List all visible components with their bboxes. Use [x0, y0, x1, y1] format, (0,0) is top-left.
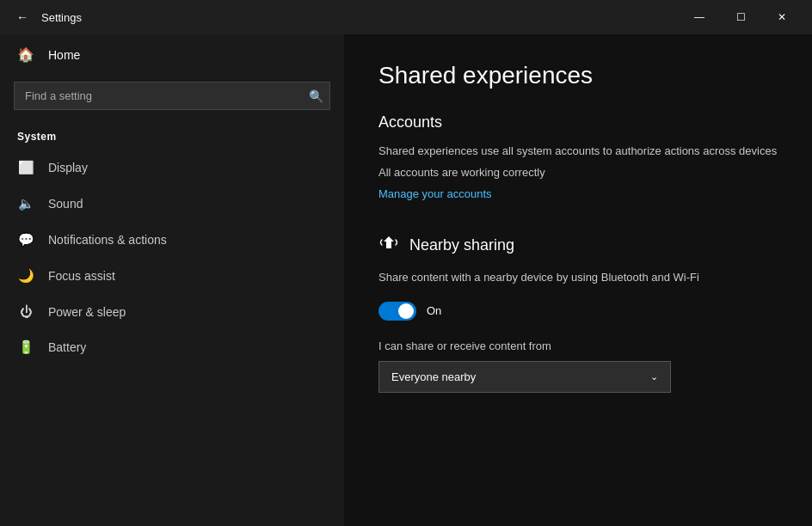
- sidebar-item-sound[interactable]: 🔈 Sound: [0, 186, 344, 222]
- sidebar-item-focus-label: Focus assist: [48, 269, 115, 283]
- sidebar-item-power[interactable]: ⏻ Power & sleep: [0, 294, 344, 329]
- page-title: Shared experiences: [378, 62, 778, 89]
- dropdown-value: Everyone nearby: [391, 370, 476, 383]
- content-area: Shared experiences Accounts Shared exper…: [344, 34, 812, 526]
- search-icon[interactable]: 🔍: [309, 89, 323, 103]
- home-label: Home: [48, 48, 80, 62]
- back-button[interactable]: ←: [10, 5, 34, 29]
- restore-button[interactable]: ☐: [721, 0, 760, 34]
- nearby-sharing-icon: [378, 233, 399, 257]
- accounts-section: Accounts Shared experiences use all syst…: [378, 113, 778, 224]
- minimize-button[interactable]: —: [680, 0, 719, 34]
- sidebar-item-focus[interactable]: 🌙 Focus assist: [0, 258, 344, 294]
- toggle-label: On: [427, 304, 441, 317]
- sidebar-item-home[interactable]: 🏠 Home: [0, 34, 344, 75]
- nearby-toggle-row: On: [378, 302, 778, 321]
- home-icon: 🏠: [17, 46, 34, 63]
- sound-icon: 🔈: [17, 196, 34, 211]
- main-layout: 🏠 Home 🔍 System ⬜ Display 🔈 Sound 💬 Noti…: [0, 34, 812, 526]
- nearby-section: Nearby sharing Share content with a near…: [378, 233, 778, 393]
- display-icon: ⬜: [17, 160, 34, 175]
- window-controls: — ☐ ✕: [680, 0, 802, 34]
- sidebar-item-sound-label: Sound: [48, 197, 83, 211]
- sidebar-item-battery-label: Battery: [48, 340, 86, 354]
- accounts-status: All accounts are working correctly: [378, 166, 778, 179]
- notifications-icon: 💬: [17, 232, 34, 248]
- toggle-knob: [398, 303, 414, 319]
- accounts-title: Accounts: [378, 113, 778, 132]
- sidebar-item-display[interactable]: ⬜ Display: [0, 150, 344, 186]
- share-label: I can share or receive content from: [378, 339, 778, 352]
- sidebar-item-notifications[interactable]: 💬 Notifications & actions: [0, 222, 344, 258]
- accounts-desc: Shared experiences use all system accoun…: [378, 144, 778, 159]
- sidebar-section-label: System: [0, 117, 344, 150]
- search-input[interactable]: [14, 82, 330, 110]
- sidebar: 🏠 Home 🔍 System ⬜ Display 🔈 Sound 💬 Noti…: [0, 34, 344, 526]
- nearby-title: Nearby sharing: [409, 236, 514, 254]
- nearby-desc: Share content with a nearby device by us…: [378, 269, 778, 286]
- focus-icon: 🌙: [17, 268, 34, 284]
- battery-icon: 🔋: [17, 339, 34, 355]
- nearby-toggle[interactable]: [378, 302, 416, 321]
- manage-accounts-link[interactable]: Manage your accounts: [378, 187, 492, 200]
- sidebar-item-display-label: Display: [48, 161, 88, 174]
- sidebar-item-notifications-label: Notifications & actions: [48, 233, 167, 247]
- close-button[interactable]: ✕: [762, 0, 802, 34]
- sidebar-item-battery[interactable]: 🔋 Battery: [0, 329, 344, 365]
- title-bar: ← Settings — ☐ ✕: [0, 0, 812, 34]
- search-box: 🔍: [14, 82, 330, 110]
- window-title: Settings: [41, 11, 82, 24]
- power-icon: ⏻: [17, 304, 34, 319]
- chevron-down-icon: ⌄: [650, 371, 658, 382]
- nearby-header: Nearby sharing: [378, 233, 778, 257]
- nearby-dropdown[interactable]: Everyone nearby ⌄: [378, 361, 671, 393]
- sidebar-item-power-label: Power & sleep: [48, 305, 126, 319]
